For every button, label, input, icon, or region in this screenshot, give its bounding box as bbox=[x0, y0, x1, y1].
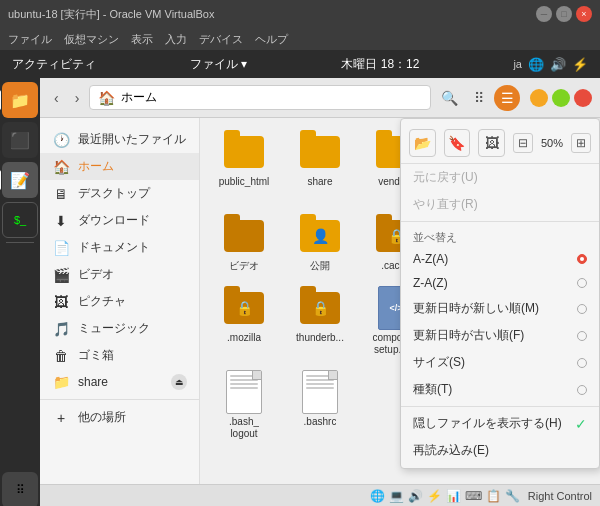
sort-newest-label: 更新日時が新しい順(M) bbox=[413, 300, 539, 317]
file-videos[interactable]: ビデオ bbox=[208, 210, 280, 278]
dock-terminal2[interactable]: $_ bbox=[2, 202, 38, 238]
zoom-out-button[interactable]: ⊟ bbox=[513, 133, 533, 153]
zoom-in-button[interactable]: ⊞ bbox=[571, 133, 591, 153]
sidebar-item-trash[interactable]: 🗑 ゴミ箱 bbox=[40, 342, 199, 369]
menu-sort-newest[interactable]: 更新日時が新しい順(M) bbox=[401, 295, 599, 322]
menu-help[interactable]: ヘルプ bbox=[255, 32, 288, 47]
forward-button[interactable]: › bbox=[69, 86, 86, 110]
file-mozilla[interactable]: .mozilla bbox=[208, 282, 280, 362]
sidebar-recent-label: 最近開いたファイル bbox=[78, 131, 186, 148]
menu-file[interactable]: ファイル bbox=[8, 32, 52, 47]
sort-size-label: サイズ(S) bbox=[413, 354, 465, 371]
menu-sort-oldest[interactable]: 更新日時が古い順(F) bbox=[401, 322, 599, 349]
menu-input[interactable]: 入力 bbox=[165, 32, 187, 47]
sidebar-item-music[interactable]: 🎵 ミュージック bbox=[40, 315, 199, 342]
sidebar-item-desktop[interactable]: 🖥 デスクトップ bbox=[40, 180, 199, 207]
menu-devices[interactable]: デバイス bbox=[199, 32, 243, 47]
sidebar-item-share[interactable]: 📁 share ⏏ bbox=[40, 369, 199, 395]
file-share[interactable]: share bbox=[284, 126, 356, 206]
fm-minimize[interactable] bbox=[530, 89, 548, 107]
music-icon: 🎵 bbox=[52, 321, 70, 337]
text-bashrc-icon bbox=[300, 372, 340, 412]
home-breadcrumb-icon: 🏠 bbox=[98, 90, 115, 106]
new-folder-button[interactable]: 📂 bbox=[409, 129, 436, 157]
bookmark-button[interactable]: 🔖 bbox=[444, 129, 471, 157]
dock-files[interactable]: 📁 bbox=[2, 82, 38, 118]
sidebar-item-downloads[interactable]: ⬇ ダウンロード bbox=[40, 207, 199, 234]
documents-icon: 📄 bbox=[52, 240, 70, 256]
recent-icon: 🕐 bbox=[52, 132, 70, 148]
vm-titlebar: ubuntu-18 [実行中] - Oracle VM VirtualBox ─… bbox=[0, 0, 600, 28]
sort-type-label: 種類(T) bbox=[413, 381, 452, 398]
statusbar: 🌐 💻 🔊 ⚡ 📊 ⌨ 📋 🔧 Right Control bbox=[40, 484, 600, 506]
vm-title: ubuntu-18 [実行中] - Oracle VM VirtualBox bbox=[8, 7, 214, 22]
downloads-icon: ⬇ bbox=[52, 213, 70, 229]
sidebar-desktop-label: デスクトップ bbox=[78, 185, 150, 202]
file-manager-toolbar: ‹ › 🏠 ホーム 🔍 ⠿ ☰ bbox=[40, 78, 600, 118]
sidebar-item-videos[interactable]: 🎬 ビデオ bbox=[40, 261, 199, 288]
menu-view[interactable]: 表示 bbox=[131, 32, 153, 47]
back-button[interactable]: ‹ bbox=[48, 86, 65, 110]
file-public[interactable]: 公開 bbox=[284, 210, 356, 278]
file-bash-logout-label: .bash_logout bbox=[229, 416, 259, 440]
vm-menubar: ファイル 仮想マシン 表示 入力 デバイス ヘルプ bbox=[0, 28, 600, 50]
menu-sort-za[interactable]: Z-A(Z) bbox=[401, 271, 599, 295]
menu-sort-size[interactable]: サイズ(S) bbox=[401, 349, 599, 376]
folder-mozilla-icon bbox=[224, 288, 264, 328]
file-videos-label: ビデオ bbox=[229, 260, 259, 272]
view-toggle-button[interactable]: ⠿ bbox=[468, 86, 490, 110]
show-hidden-label: 隠しファイルを表示する(H) bbox=[413, 415, 562, 432]
sidebar-other-label: 他の場所 bbox=[78, 409, 126, 426]
share-eject-badge[interactable]: ⏏ bbox=[171, 374, 187, 390]
fm-window-controls bbox=[530, 89, 592, 107]
folder-videos-icon bbox=[224, 216, 264, 256]
sidebar-item-other[interactable]: + 他の場所 bbox=[40, 404, 199, 431]
menu-show-hidden[interactable]: 隠しファイルを表示する(H) ✓ bbox=[401, 410, 599, 437]
activities-label[interactable]: アクティビティ bbox=[12, 56, 96, 73]
menu-reload[interactable]: 再読み込み(E) bbox=[401, 437, 599, 464]
dock-apps[interactable]: ⠿ bbox=[2, 472, 38, 506]
vm-maximize-button[interactable]: □ bbox=[556, 6, 572, 22]
file-mozilla-label: .mozilla bbox=[227, 332, 261, 344]
sidebar-share-label: share bbox=[78, 375, 108, 389]
status-icon-4: ⚡ bbox=[427, 489, 442, 503]
vm-minimize-button[interactable]: ─ bbox=[536, 6, 552, 22]
lang-indicator[interactable]: ja bbox=[513, 58, 522, 70]
image-view-button[interactable]: 🖼 bbox=[478, 129, 505, 157]
redo-label: やり直す(R) bbox=[413, 196, 478, 213]
sidebar-item-recent[interactable]: 🕐 最近開いたファイル bbox=[40, 126, 199, 153]
datetime-display: 木曜日 18：12 bbox=[341, 56, 419, 73]
volume-icon: 🔊 bbox=[550, 57, 566, 72]
fm-close[interactable] bbox=[574, 89, 592, 107]
file-thunderbird[interactable]: thunderb... bbox=[284, 282, 356, 362]
dock-terminal[interactable]: ⬛ bbox=[2, 122, 38, 158]
sidebar-item-documents[interactable]: 📄 ドキュメント bbox=[40, 234, 199, 261]
status-icon-2: 💻 bbox=[389, 489, 404, 503]
search-button[interactable]: 🔍 bbox=[435, 86, 464, 110]
undo-label: 元に戻す(U) bbox=[413, 169, 478, 186]
menu-button[interactable]: ☰ bbox=[494, 85, 520, 111]
sort-size-radio bbox=[577, 358, 587, 368]
sidebar-trash-label: ゴミ箱 bbox=[78, 347, 114, 364]
menu-sort-type[interactable]: 種類(T) bbox=[401, 376, 599, 403]
menu-undo: 元に戻す(U) bbox=[401, 164, 599, 191]
dropdown-top-bar: 📂 🔖 🖼 ⊟ 50% ⊞ bbox=[401, 123, 599, 164]
status-icon-7: 📋 bbox=[486, 489, 501, 503]
vm-close-button[interactable]: × bbox=[576, 6, 592, 22]
file-area: public_html share vendo... bbox=[200, 118, 600, 484]
status-icon-3: 🔊 bbox=[408, 489, 423, 503]
file-bashrc[interactable]: .bashrc bbox=[284, 366, 356, 446]
sidebar-item-home[interactable]: 🏠 ホーム bbox=[40, 153, 199, 180]
dock-editor[interactable]: 📝 bbox=[2, 162, 38, 198]
fm-maximize[interactable] bbox=[552, 89, 570, 107]
file-bash-logout[interactable]: .bash_logout bbox=[208, 366, 280, 446]
sidebar-item-pictures[interactable]: 🖼 ピクチャ bbox=[40, 288, 199, 315]
file-share-label: share bbox=[307, 176, 332, 188]
folder-thunderbird-icon bbox=[300, 288, 340, 328]
sidebar: 🕐 最近開いたファイル 🏠 ホーム 🖥 デスクトップ ⬇ ダウンロード 📄 bbox=[40, 118, 200, 484]
file-public_html[interactable]: public_html bbox=[208, 126, 280, 206]
file-menu-label[interactable]: ファイル ▾ bbox=[190, 56, 247, 73]
menu-machine[interactable]: 仮想マシン bbox=[64, 32, 119, 47]
menu-sort-az[interactable]: A-Z(A) bbox=[401, 247, 599, 271]
file-bashrc-label: .bashrc bbox=[304, 416, 337, 428]
